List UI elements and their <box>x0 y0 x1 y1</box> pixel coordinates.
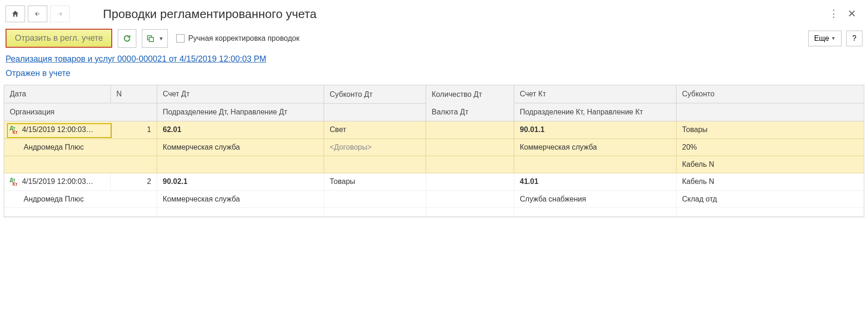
table-row[interactable]: ДтКт 4/15/2019 12:00:03… 2 90.02.1 Товар… <box>4 173 864 217</box>
refresh-icon <box>122 34 132 43</box>
cell-org-empty <box>4 156 157 173</box>
table-row[interactable]: ДтКт 4/15/2019 12:00:03… 1 62.01 Свет 90… <box>4 121 864 173</box>
cell-date-value: 4/15/2019 12:00:03… <box>22 126 93 133</box>
arrow-right-icon <box>56 11 64 17</box>
col-qty-dt[interactable]: Количество Дт <box>426 85 514 103</box>
document-link[interactable]: Реализация товаров и услуг 0000-000021 о… <box>0 54 272 64</box>
toolbar: Отразить в регл. учете ▼ Ручная корректи… <box>0 26 868 54</box>
cell-dept-dt: Коммерческая служба <box>157 139 324 156</box>
cell-acc-dt: 90.02.1 <box>157 173 324 191</box>
col-acc-kt[interactable]: Счет Кт <box>514 85 677 103</box>
help-button[interactable]: ? <box>846 31 862 46</box>
cell-sub-kt3: Кабель N <box>677 156 864 173</box>
chevron-down-icon: ▼ <box>159 36 164 41</box>
cell-date-value: 4/15/2019 12:00:03… <box>22 177 93 185</box>
cell-date: ДтКт 4/15/2019 12:00:03… <box>4 121 111 139</box>
cell-dept-kt-empty <box>514 156 677 173</box>
col-sub-kt-spacer <box>677 103 864 121</box>
cell-dept-kt: Коммерческая служба <box>514 139 677 156</box>
arrow-left-icon <box>33 11 42 17</box>
manual-correction-checkbox[interactable] <box>176 34 185 43</box>
status-text: Отражен в учете <box>0 67 868 85</box>
title-bar: Проводки регламентированного учета ⋮ ✕ <box>0 0 868 26</box>
kebab-menu-icon[interactable]: ⋮ <box>829 8 839 20</box>
cell-sub-kt2: Склад отд <box>677 191 864 208</box>
col-org[interactable]: Организация <box>4 103 157 121</box>
cell-qty-dt <box>426 173 514 191</box>
page-title: Проводки регламентированного учета <box>103 7 317 21</box>
col-cur-dt[interactable]: Валюта Дт <box>426 103 514 121</box>
cell-dept-kt-empty <box>514 208 677 217</box>
cell-dept-dt: Коммерческая служба <box>157 191 324 208</box>
cell-dept-dt-empty <box>157 208 324 217</box>
chevron-down-icon: ▼ <box>831 36 836 41</box>
back-button[interactable] <box>28 6 47 22</box>
forward-button[interactable] <box>50 6 70 22</box>
cell-sub-dt: Товары <box>324 173 426 191</box>
cell-n: 2 <box>111 173 157 191</box>
entries-table: Дата N Счет Дт Субконто Дт Количество Дт… <box>4 85 864 217</box>
table-header-subrow: Организация Подразделение Дт, Направлени… <box>4 103 864 121</box>
more-label: Еще <box>814 34 830 43</box>
close-icon[interactable]: ✕ <box>848 8 856 20</box>
manual-correction-label: Ручная корректировка проводок <box>188 34 300 43</box>
col-sub-dt[interactable]: Субконто Дт <box>324 85 426 103</box>
copy-icon <box>146 34 154 43</box>
copy-dropdown-button[interactable]: ▼ <box>142 29 168 48</box>
cell-sub-dt2 <box>324 191 426 208</box>
cell-sub-dt3 <box>324 208 426 217</box>
col-date[interactable]: Дата <box>4 85 111 103</box>
cell-sub-dt: Свет <box>324 121 426 139</box>
cell-date: ДтКт 4/15/2019 12:00:03… <box>4 173 111 191</box>
cell-org: Андромеда Плюс <box>4 139 157 156</box>
cell-acc-kt: 90.01.1 <box>514 121 677 139</box>
cell-sub-dt3 <box>324 156 426 173</box>
cell-sub-kt3 <box>677 208 864 217</box>
cell-n: 1 <box>111 121 157 139</box>
col-acc-dt[interactable]: Счет Дт <box>157 85 324 103</box>
cell-cur-dt <box>426 139 514 156</box>
col-sub-dt-spacer <box>324 103 426 121</box>
cell-cur-dt-empty <box>426 208 514 217</box>
dtct-icon: ДтКт <box>10 178 18 186</box>
home-button[interactable] <box>6 6 25 22</box>
reflect-button[interactable]: Отразить в регл. учете <box>6 29 112 48</box>
home-icon <box>11 10 19 18</box>
more-button[interactable]: Еще ▼ <box>808 31 842 46</box>
cell-org-empty <box>4 208 157 217</box>
cell-acc-dt: 62.01 <box>157 121 324 139</box>
cell-cur-dt <box>426 191 514 208</box>
table-header-row: Дата N Счет Дт Субконто Дт Количество Дт… <box>4 85 864 103</box>
cell-sub-kt2: 20% <box>677 139 864 156</box>
cell-org: Андромеда Плюс <box>4 191 157 208</box>
col-dept-kt[interactable]: Подразделение Кт, Направление Кт <box>514 103 677 121</box>
cell-dept-kt: Служба снабжения <box>514 191 677 208</box>
cell-dept-dt-empty <box>157 156 324 173</box>
cell-acc-kt: 41.01 <box>514 173 677 191</box>
col-sub-kt[interactable]: Субконто <box>677 85 864 103</box>
svg-rect-1 <box>149 37 153 41</box>
cell-sub-kt: Кабель N <box>677 173 864 191</box>
cell-sub-kt: Товары <box>677 121 864 139</box>
cell-sub-dt2: <Договоры> <box>324 139 426 156</box>
col-n[interactable]: N <box>111 85 157 103</box>
refresh-button[interactable] <box>118 29 136 48</box>
dtct-icon: ДтКт <box>10 126 18 134</box>
cell-qty-dt <box>426 121 514 139</box>
cell-cur-dt-empty <box>426 156 514 173</box>
col-dept-dt[interactable]: Подразделение Дт, Направление Дт <box>157 103 324 121</box>
